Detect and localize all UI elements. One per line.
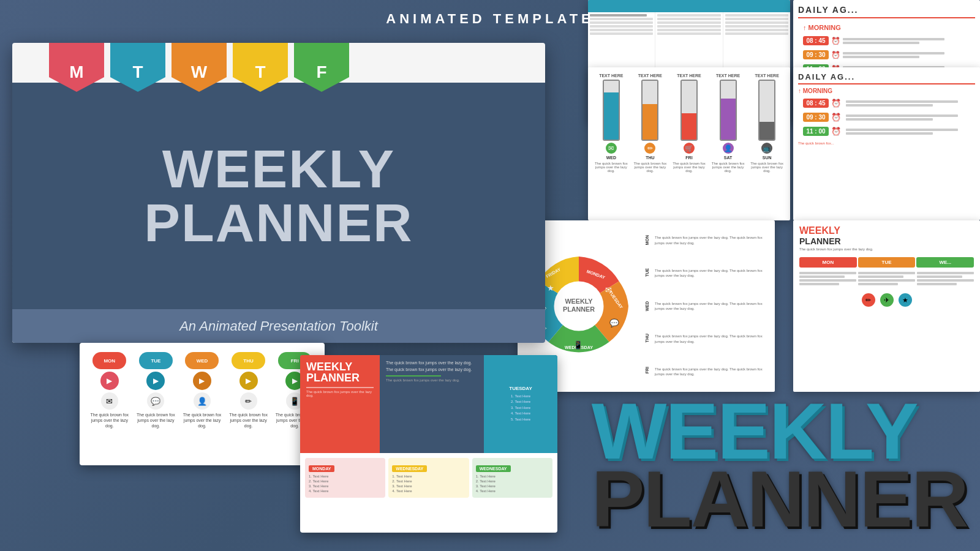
circular-right: MON The quick brown fox jumps over the l… [640, 220, 775, 392]
hero-subtitle: An Animated Presentation Toolkit [179, 318, 378, 334]
agenda-row-2: 09 : 30 ⏰ [798, 48, 975, 61]
wt-day-mon: MON [799, 257, 857, 268]
bc-sticky-line-1: 1. Text Here [309, 474, 382, 478]
slide-weekly-table: WEEKLY PLANNER The quick brown fox jumps… [793, 220, 980, 392]
da-clock-3: ⏰ [831, 127, 841, 136]
battery-day-4: SAT [724, 156, 732, 160]
bl-icon-wed: 👤 [194, 392, 211, 410]
da-clock-2: ⏰ [831, 113, 841, 122]
circular-day-mon: MON [645, 235, 652, 245]
da-badge-2: 09 : 30 [803, 113, 829, 122]
bl-desc-tue: The quick brown fox jumps over the lazy … [135, 412, 177, 429]
battery-desc-2: The quick brown fox jumps over the lazy … [633, 162, 668, 173]
battery-desc-1: The quick brown fox jumps over the lazy … [594, 162, 628, 173]
hero-title-weekly: WEEKLY [162, 142, 395, 196]
bc-sticky-line-4: 4. Text Here [309, 489, 382, 493]
morning-header: ↑ MORNING [798, 88, 975, 94]
day-tab-f: F [294, 43, 349, 92]
icon-star: ★ [547, 284, 554, 293]
circular-text-tue: The quick brown fox jumps over the lazy … [655, 268, 770, 279]
slide-battery: TEXT HERE ✉ WED The quick brown fox jump… [588, 67, 790, 220]
circular-text-wed: The quick brown fox jumps over the lazy … [655, 301, 770, 312]
battery-icon-4: 👤 [723, 143, 734, 154]
bc-green-line [386, 375, 441, 377]
hero-dark-area: WEEKLY PLANNER [12, 83, 545, 309]
bc-sticky-line-5: 1. Text Here [392, 474, 465, 478]
day-tab-t: T [110, 43, 165, 92]
bc-sticky-line-10: 2. Text Here [476, 479, 549, 483]
battery-icon-2: ✏ [644, 143, 655, 154]
bc-sticky-line-9: 1. Text Here [476, 474, 549, 478]
bc-sticky-wed: WEDNESDAY 1. Text Here 2. Text Here 3. T… [472, 458, 552, 498]
battery-desc-4: The quick brown fox jumps over the lazy … [711, 162, 745, 173]
bl-icon-tue: 💬 [147, 392, 164, 410]
weekly-table-days: MON TUE WE... [793, 257, 980, 268]
agenda-badge-2: 09 : 30 [803, 50, 829, 59]
da-row-2: 09 : 30 ⏰ [798, 111, 975, 124]
bl-col-wed: WED ▶ 👤 The quick brown fox jumps over t… [181, 352, 223, 429]
bl-btn-thu: THU [232, 352, 265, 369]
battery-col-5: TEXT HERE 📺 SUN The quick brown fox jump… [750, 73, 784, 173]
circular-row-tue: TUE The quick brown fox jumps over the l… [645, 268, 770, 279]
icon-phone: 📱 [573, 340, 583, 350]
battery-label-5: TEXT HERE [755, 73, 779, 78]
battery-day-1: WED [606, 156, 616, 160]
circular-row-wed: WED The quick brown fox jumps over the l… [645, 301, 770, 312]
day-tab-letter-t1: T [132, 62, 143, 82]
battery-label-2: TEXT HERE [638, 73, 662, 78]
circular-row-mon: MON The quick brown fox jumps over the l… [645, 235, 770, 246]
bc-right-label: TUESDAY [509, 386, 532, 391]
circular-day-tue: TUE [645, 268, 652, 277]
battery-icon-3: 🛒 [684, 143, 695, 154]
da-row-3: 11 : 00 ⏰ [798, 125, 975, 138]
day-tab-letter-t2: T [255, 62, 265, 82]
battery-label-1: TEXT HERE [599, 73, 623, 78]
circular-text-thu: The quick brown fox jumps over the lazy … [655, 334, 770, 344]
wt-day-tue: TUE [858, 257, 916, 268]
bc-logo-planner: PLANNER [306, 372, 360, 383]
daily-agenda-header: DAILY AG... [798, 72, 975, 84]
center-text-1: WEEKLY [565, 298, 593, 305]
day-tab-w: W [172, 43, 227, 92]
weekly-table-desc: The quick brown fox jumps over the lazy … [799, 247, 974, 251]
bc-sticky-line-2: 2. Text Here [309, 479, 382, 483]
slide-bottom-center: WEEKLY PLANNER The quick brown fox jumps… [300, 355, 557, 533]
circular-day-wed: WED [645, 301, 652, 311]
wt-col-2 [858, 271, 915, 287]
da-badge-1: 08 : 45 [803, 99, 829, 108]
circular-row-thu: THU The quick brown fox jumps over the l… [645, 334, 770, 344]
battery-col-4: TEXT HERE 👤 SAT The quick brown fox jump… [711, 73, 745, 173]
battery-col-3: TEXT HERE 🛒 FRI The quick brown fox jump… [672, 73, 706, 173]
battery-day-3: FRI [685, 156, 692, 160]
bl-col-tue: TUE ▶ 💬 The quick brown fox jumps over t… [135, 352, 177, 429]
weekly-table-content [799, 271, 974, 287]
circular-text-mon: The quick brown fox jumps over the lazy … [655, 235, 770, 246]
bc-bottom: MONDAY 1. Text Here 2. Text Here 3. Text… [300, 453, 557, 503]
wt-icon-2: ✈ [880, 293, 894, 307]
bc-sticky-label-wed: WEDNESDAY [476, 465, 511, 472]
wt-col-3 [917, 271, 974, 287]
bl-icon-thu: ✏ [240, 392, 257, 410]
agenda-row-1: 08 : 45 ⏰ [798, 34, 975, 47]
da-row-1: 08 : 45 ⏰ [798, 97, 975, 110]
wt-day-wed: WE... [916, 257, 974, 268]
bc-top: WEEKLY PLANNER The quick brown fox jumps… [300, 355, 557, 453]
bl-icon-mon: ✉ [101, 392, 118, 410]
bc-sticky-line-11: 3. Text Here [476, 484, 549, 488]
battery-container: TEXT HERE ✉ WED The quick brown fox jump… [588, 67, 790, 220]
bc-mid-panel: The quick brown fox jumps over the lazy … [380, 355, 484, 453]
wt-col-1 [799, 271, 856, 287]
center-text-2: PLANNER [563, 305, 595, 313]
daily-agenda-title: DAILY AG... [798, 5, 975, 18]
daily-agenda-full: DAILY AG... ↑ MORNING 08 : 45 ⏰ 09 : 30 … [793, 67, 980, 151]
day-tabs: M T W T F [49, 43, 349, 92]
day-tab-t2: T [233, 43, 288, 92]
hero-title-planner: PLANNER [144, 196, 413, 250]
da-footer: The quick brown fox... [798, 139, 975, 146]
bl-play-tue: ▶ [146, 372, 165, 390]
bc-sticky-mon: MONDAY 1. Text Here 2. Text Here 3. Text… [305, 458, 385, 498]
bc-sticky-line-3: 3. Text Here [309, 484, 382, 488]
battery-label-4: TEXT HERE [716, 73, 740, 78]
bc-left-panel: WEEKLY PLANNER The quick brown fox jumps… [300, 355, 380, 453]
battery-day-5: SUN [763, 156, 772, 160]
